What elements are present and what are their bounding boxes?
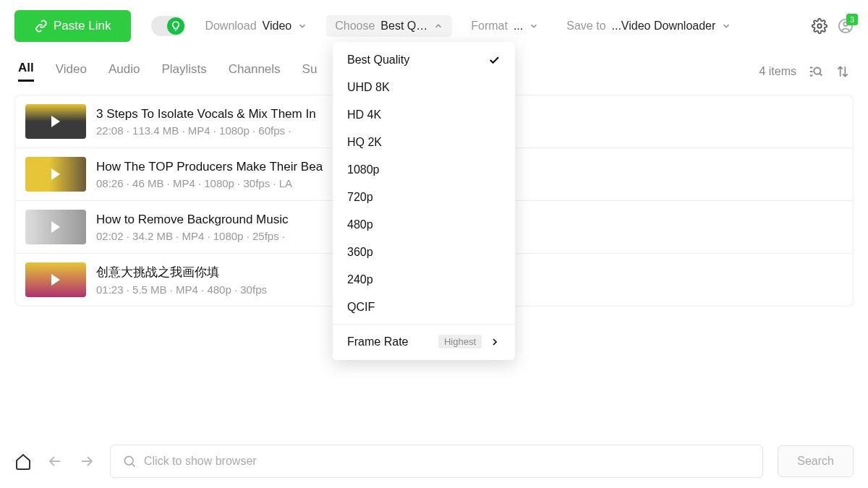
quality-option[interactable]: Best Quality <box>333 46 515 74</box>
notification-badge: 3 <box>846 14 858 25</box>
play-icon <box>51 168 60 180</box>
quality-option[interactable]: 240p <box>333 266 515 294</box>
video-title: 创意大挑战之我画你填 <box>96 264 267 281</box>
save-to-select[interactable]: Save to ...Video Downloader <box>558 15 740 37</box>
play-icon <box>51 116 60 127</box>
quality-option[interactable]: 720p <box>333 184 515 211</box>
tab-all[interactable]: All <box>18 61 34 82</box>
quality-select[interactable]: Choose Best Q… <box>326 15 452 37</box>
frame-rate-option[interactable]: Frame Rate Highest <box>333 328 515 356</box>
format-select[interactable]: Format ... <box>462 15 548 37</box>
lightbulb-icon <box>167 17 184 35</box>
play-icon <box>51 221 60 233</box>
browser-url-field[interactable]: Click to show browser <box>110 445 763 478</box>
search-button[interactable]: Search <box>778 445 854 477</box>
tab-playlists[interactable]: Playlists <box>161 62 206 81</box>
quality-dropdown: Best Quality UHD 8K HD 4K HQ 2K 1080p 72… <box>333 42 515 360</box>
quality-option[interactable]: 1080p <box>333 156 515 184</box>
video-title: How to Remove Background Music <box>96 213 289 227</box>
video-title: 3 Steps To Isolate Vocals & Mix Them In <box>96 107 316 121</box>
quality-option[interactable]: 480p <box>333 211 515 239</box>
chevron-down-icon <box>721 21 731 31</box>
paste-link-button[interactable]: Paste Link <box>14 10 131 42</box>
quality-option[interactable]: UHD 8K <box>333 74 515 101</box>
back-button[interactable] <box>46 453 64 470</box>
item-count: 4 items <box>759 65 796 78</box>
chevron-right-icon <box>489 336 501 348</box>
paste-link-label: Paste Link <box>54 19 111 33</box>
search-icon <box>122 454 137 468</box>
chevron-up-icon <box>433 21 443 31</box>
chevron-down-icon <box>297 21 307 31</box>
tab-subscriptions[interactable]: Su <box>302 62 318 81</box>
video-meta: 08:26 · 46 MB · MP4 · 1080p · 30fps · LA <box>96 177 323 189</box>
thumbnail <box>25 104 86 139</box>
play-icon <box>51 274 60 286</box>
video-meta: 22:08 · 113.4 MB · MP4 · 1080p · 60fps · <box>96 124 316 137</box>
check-icon <box>488 53 501 67</box>
tab-channels[interactable]: Channels <box>229 62 281 81</box>
smart-mode-toggle[interactable] <box>151 16 186 36</box>
account-button[interactable]: 3 <box>838 18 854 34</box>
settings-button[interactable] <box>812 18 827 34</box>
download-select[interactable]: Download Video <box>196 15 316 37</box>
sort-icon[interactable] <box>835 64 850 79</box>
thumbnail <box>25 262 86 297</box>
home-button[interactable] <box>14 453 32 470</box>
thumbnail <box>25 157 86 192</box>
tab-audio[interactable]: Audio <box>109 62 140 81</box>
video-title: How The TOP Producers Make Their Bea <box>96 160 323 174</box>
svg-point-3 <box>814 67 820 74</box>
forward-button[interactable] <box>78 453 95 470</box>
video-meta: 02:02 · 34.2 MB · MP4 · 1080p · 25fps · <box>96 230 289 242</box>
quality-option[interactable]: 360p <box>333 239 515 266</box>
chevron-down-icon <box>529 21 539 31</box>
quality-option[interactable]: HD 4K <box>333 101 515 129</box>
video-meta: 01:23 · 5.5 MB · MP4 · 480p · 30fps <box>96 283 267 296</box>
tab-video[interactable]: Video <box>56 62 87 81</box>
svg-point-4 <box>124 456 133 465</box>
quality-option[interactable]: HQ 2K <box>333 129 515 156</box>
svg-point-0 <box>817 24 822 28</box>
link-icon <box>35 20 48 33</box>
quality-option[interactable]: QCIF <box>333 294 515 321</box>
thumbnail <box>25 210 86 244</box>
gear-icon <box>812 18 827 34</box>
search-list-icon[interactable] <box>808 64 824 80</box>
